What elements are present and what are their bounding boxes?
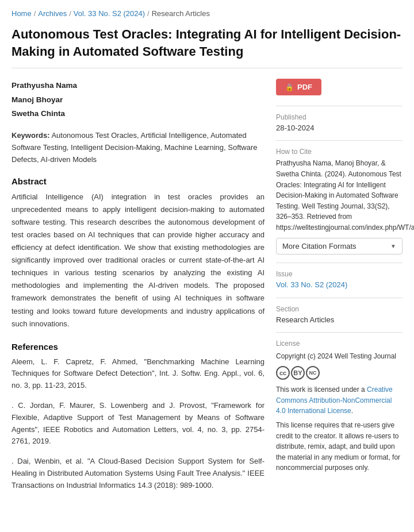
right-column: 🔒 PDF Published 28-10-2024 How to Cite P… bbox=[276, 79, 402, 473]
citation-text: Prathyusha Nama, Manoj Bhoyar, & Swetha … bbox=[276, 158, 402, 233]
abstract-section: Abstract Artificial Intelligence (AI) in… bbox=[12, 176, 264, 330]
breadcrumb-sep-3: / bbox=[147, 9, 150, 18]
citation-formats-button[interactable]: More Citation Formats ▼ bbox=[276, 238, 402, 255]
issue-link[interactable]: Vol. 33 No. S2 (2024) bbox=[276, 280, 347, 289]
breadcrumb-archives[interactable]: Archives bbox=[38, 9, 67, 18]
how-to-cite-section: How to Cite Prathyusha Nama, Manoj Bhoya… bbox=[276, 140, 402, 254]
chevron-down-icon: ▼ bbox=[390, 243, 396, 249]
left-column: Prathyusha Nama Manoj Bhoyar Swetha Chin… bbox=[12, 79, 264, 499]
cc-icon: cc bbox=[276, 366, 290, 380]
license-copyright: Copyright (c) 2024 Well Testing Journal bbox=[276, 351, 402, 362]
article-title: Autonomous Test Oracles: Integrating AI … bbox=[12, 26, 402, 68]
reference-2: . C. Jordan, F. Maurer, S. Lowenberg and… bbox=[12, 400, 264, 448]
license-section: License Copyright (c) 2024 Well Testing … bbox=[276, 332, 402, 473]
nc-icon: NC bbox=[306, 366, 320, 380]
main-layout: Prathyusha Nama Manoj Bhoyar Swetha Chin… bbox=[12, 79, 402, 499]
abstract-heading: Abstract bbox=[12, 176, 264, 186]
breadcrumb-home[interactable]: Home bbox=[12, 9, 32, 18]
reference-3: . Dai, Wenbin, et al. "A Cloud-Based Dec… bbox=[12, 456, 264, 491]
pdf-label: PDF bbox=[297, 83, 312, 91]
breadcrumb-sep-1: / bbox=[34, 9, 36, 18]
citation-formats-label: More Citation Formats bbox=[282, 242, 356, 250]
section-value: Research Articles bbox=[276, 315, 402, 324]
breadcrumb-section: Research Articles bbox=[152, 9, 210, 18]
license-text-prefix: This work is licensed under a bbox=[276, 385, 365, 394]
page-wrapper: Home / Archives / Vol. 33 No. S2 (2024) … bbox=[0, 0, 414, 509]
author-3: Swetha Chinta bbox=[12, 107, 264, 121]
by-icon: BY bbox=[291, 366, 305, 380]
references-section: References Aleem, L. F. Capretz, F. Ahme… bbox=[12, 342, 264, 492]
breadcrumb-volume[interactable]: Vol. 33 No. S2 (2024) bbox=[74, 9, 145, 18]
author-1: Prathyusha Nama bbox=[12, 79, 264, 92]
reference-1: Aleem, L. F. Capretz, F. Ahmed, "Benchma… bbox=[12, 356, 264, 392]
pdf-button[interactable]: 🔒 PDF bbox=[276, 79, 321, 95]
issue-section: Issue Vol. 33 No. S2 (2024) bbox=[276, 263, 402, 290]
breadcrumb-sep-2: / bbox=[69, 9, 71, 18]
references-heading: References bbox=[12, 342, 264, 352]
how-to-cite-label: How to Cite bbox=[276, 148, 402, 156]
issue-label: Issue bbox=[276, 270, 402, 278]
license-text-details: This license requires that re-users give… bbox=[276, 420, 402, 473]
abstract-text: Artificial Intelligence (AI) integration… bbox=[12, 191, 264, 330]
section-section: Section Research Articles bbox=[276, 298, 402, 324]
breadcrumb: Home / Archives / Vol. 33 No. S2 (2024) … bbox=[12, 9, 402, 18]
keywords-label: Keywords: bbox=[12, 131, 49, 140]
published-section: Published 28-10-2024 bbox=[276, 106, 402, 132]
lock-icon: 🔒 bbox=[285, 83, 294, 91]
license-label: License bbox=[276, 340, 402, 348]
keywords-block: Keywords: Autonomous Test Oracles, Artif… bbox=[12, 130, 264, 165]
cc-icons: cc BY NC bbox=[276, 366, 402, 380]
authors-section: Prathyusha Nama Manoj Bhoyar Swetha Chin… bbox=[12, 79, 264, 121]
author-2: Manoj Bhoyar bbox=[12, 93, 264, 107]
published-date: 28-10-2024 bbox=[276, 124, 402, 132]
published-label: Published bbox=[276, 113, 402, 121]
license-text-paragraph: This work is licensed under a Creative C… bbox=[276, 384, 402, 417]
section-label: Section bbox=[276, 305, 402, 313]
